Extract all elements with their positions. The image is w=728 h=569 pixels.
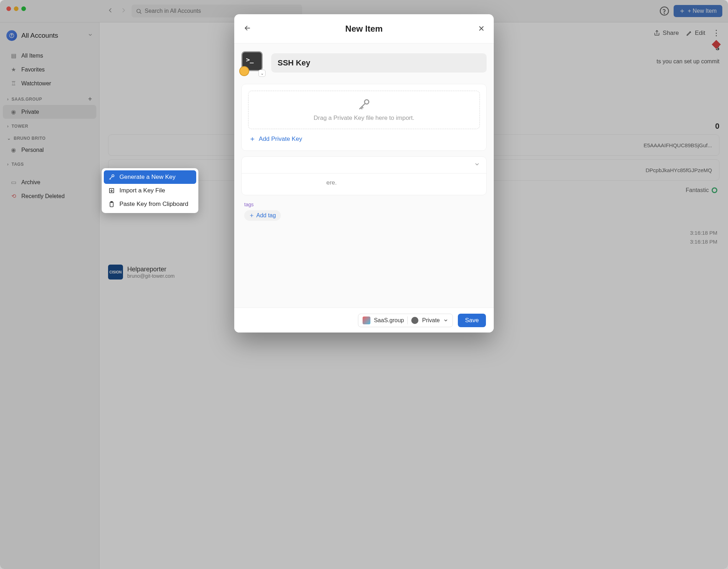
chevron-down-icon xyxy=(443,318,448,323)
save-button[interactable]: Save xyxy=(458,314,486,327)
add-private-key-button[interactable]: Add Private Key xyxy=(248,129,480,144)
vault-icon xyxy=(411,317,418,324)
key-dropzone[interactable]: Drag a Private Key file here to import. xyxy=(248,91,480,129)
menu-item-paste-clipboard[interactable]: Paste Key from Clipboard xyxy=(104,197,196,211)
plus-icon xyxy=(249,213,254,218)
chevron-down-icon xyxy=(474,161,480,169)
modal-back-button[interactable] xyxy=(243,24,251,33)
item-title-input[interactable]: SSH Key xyxy=(271,53,487,73)
notes-section: ere. xyxy=(241,156,487,195)
notes-input[interactable]: ere. xyxy=(242,173,486,195)
key-icon xyxy=(358,98,370,111)
add-key-menu: Generate a New Key Import a Key File Pas… xyxy=(102,168,198,213)
new-item-modal: New Item ✕ ⌄ SSH Key Drag a Private Key … xyxy=(234,14,494,333)
modal-close-button[interactable]: ✕ xyxy=(478,24,485,33)
menu-item-generate-key[interactable]: Generate a New Key xyxy=(104,170,196,184)
tags-label: tags xyxy=(244,202,484,207)
menu-item-import-key-file[interactable]: Import a Key File xyxy=(104,184,196,197)
section-header[interactable] xyxy=(242,157,486,173)
key-icon xyxy=(108,174,115,180)
private-key-card: Drag a Private Key file here to import. … xyxy=(241,84,487,151)
import-icon xyxy=(108,187,115,194)
plus-icon xyxy=(250,136,255,142)
key-badge-icon xyxy=(239,66,249,76)
add-tag-button[interactable]: Add tag xyxy=(244,210,281,221)
account-avatar-icon xyxy=(363,317,370,324)
clipboard-icon xyxy=(108,201,115,207)
icon-dropdown[interactable]: ⌄ xyxy=(258,70,266,77)
item-type-icon[interactable]: ⌄ xyxy=(241,51,265,75)
modal-title: New Item xyxy=(345,24,382,34)
vault-selector[interactable]: SaaS.group Private xyxy=(358,314,453,327)
